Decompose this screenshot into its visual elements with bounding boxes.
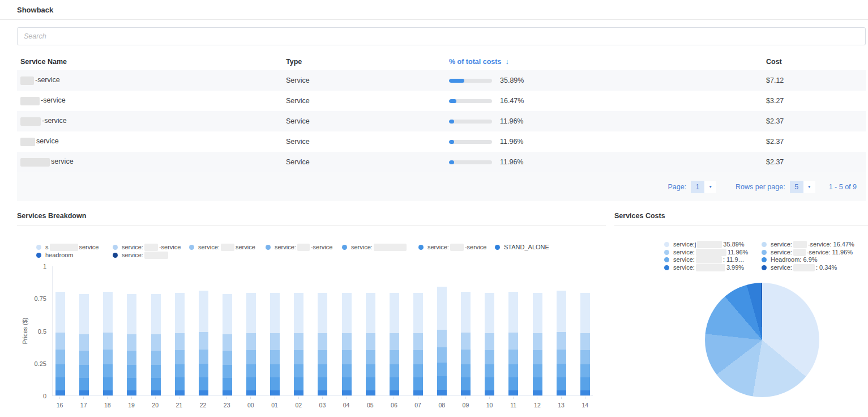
legend-item[interactable]: service:j35.89% — [664, 241, 762, 249]
bar-chart-legend: sserviceservice:-serviceservice:services… — [36, 244, 580, 259]
bar-segment — [294, 390, 303, 395]
legend-item[interactable]: service:: 11.9… — [664, 256, 762, 264]
legend-dot-icon — [664, 250, 669, 255]
bar-03[interactable] — [318, 293, 327, 395]
bar-04[interactable] — [342, 293, 352, 395]
bar-segment — [533, 293, 542, 333]
x-tick-label: 05 — [367, 402, 374, 409]
services-costs-pie-chart[interactable] — [705, 283, 819, 397]
x-tick: 17 — [79, 397, 88, 409]
column-header-pct-of-total-costs[interactable]: % of total costs ↓ — [449, 58, 766, 66]
bar-segment — [318, 390, 327, 395]
bar-02[interactable] — [294, 293, 303, 395]
bar-segment — [413, 364, 423, 377]
rows-per-page-select[interactable]: 5 ▼ — [790, 181, 815, 193]
x-tick: 09 — [461, 397, 471, 409]
bar-segment — [342, 350, 352, 364]
legend-item[interactable]: service:-service: 16.47% — [762, 241, 859, 249]
bar-21[interactable] — [175, 293, 185, 395]
bar-23[interactable] — [223, 294, 232, 395]
x-tick: 12 — [532, 397, 542, 409]
bar-segment — [55, 333, 65, 350]
redacted-service-name — [20, 158, 50, 167]
legend-text: service: — [198, 244, 220, 252]
legend-item[interactable]: STAND_ALONE — [495, 244, 571, 252]
bar-segment — [342, 377, 352, 390]
column-header-service-name[interactable]: Service Name — [20, 58, 286, 66]
legend-item[interactable]: service:3.99% — [664, 264, 762, 272]
table-row[interactable]: serviceService11.96%$2.37 — [17, 152, 866, 172]
table-row[interactable]: -serviceService16.47%$3.27 — [17, 91, 866, 111]
bar-segment — [270, 390, 280, 395]
bar-18[interactable] — [103, 292, 113, 395]
bar-segment — [175, 350, 185, 364]
legend-item[interactable]: headroom — [36, 252, 113, 259]
bar-13[interactable] — [557, 291, 566, 395]
x-tick-label: 06 — [391, 402, 397, 409]
progress-bar-fill — [449, 120, 454, 124]
legend-item[interactable]: Headroom: 6.9% — [762, 256, 859, 264]
bar-22[interactable] — [199, 291, 208, 395]
legend-item[interactable]: service:-service — [266, 244, 342, 252]
bar-segment — [342, 390, 352, 395]
x-tick-label: 21 — [176, 402, 183, 409]
legend-item[interactable]: service: — [113, 252, 189, 259]
bar-segment — [127, 390, 136, 395]
bar-segment — [437, 376, 447, 390]
bar-segment — [199, 291, 208, 332]
bar-16[interactable] — [55, 292, 65, 395]
legend-dot-icon — [36, 253, 41, 258]
bar-19[interactable] — [127, 294, 136, 395]
table-row[interactable]: serviceService11.96%$2.37 — [17, 131, 866, 152]
bar-segment — [318, 333, 327, 350]
page-select[interactable]: 1 ▼ — [691, 181, 716, 193]
legend-item[interactable]: service:: 0.34% — [762, 264, 859, 272]
redacted-legend-text — [144, 244, 158, 251]
bar-segment — [103, 390, 113, 395]
bar-12[interactable] — [533, 293, 542, 395]
legend-item[interactable]: service:-service — [113, 244, 189, 252]
bar-09[interactable] — [461, 292, 471, 395]
bar-segment — [390, 377, 399, 390]
legend-dot-icon — [342, 245, 347, 250]
bar-10[interactable] — [485, 293, 494, 395]
bar-segment — [127, 351, 136, 365]
bar-segment — [413, 333, 423, 350]
progress-bar-track — [449, 79, 492, 83]
legend-item[interactable]: service:11.96% — [664, 249, 762, 257]
legend-dot-icon — [762, 242, 767, 247]
bar-14[interactable] — [580, 293, 590, 395]
bar-05[interactable] — [366, 293, 375, 395]
bar-11[interactable] — [508, 292, 518, 395]
bar-08[interactable] — [437, 287, 447, 395]
redacted-legend-text — [450, 244, 464, 251]
progress-bar-fill — [449, 160, 454, 164]
legend-item[interactable]: sservice — [36, 244, 113, 252]
search-input[interactable] — [17, 27, 866, 45]
tick-mark-icon — [250, 397, 251, 399]
x-tick-label: 04 — [343, 402, 350, 409]
table-row[interactable]: -serviceService11.96%$2.37 — [17, 111, 866, 131]
legend-text: service — [236, 244, 255, 252]
legend-item[interactable]: service:-service — [418, 244, 495, 252]
legend-item[interactable]: service:-service: 11.96% — [762, 249, 859, 257]
bar-segment — [151, 365, 161, 377]
column-header-cost[interactable]: Cost — [766, 58, 866, 66]
services-breakdown-title: Services Breakdown — [17, 212, 606, 220]
bar-06[interactable] — [390, 293, 399, 395]
page-select-value: 1 — [691, 181, 704, 193]
bar-07[interactable] — [413, 293, 423, 395]
bar-20[interactable] — [151, 294, 161, 395]
bar-segment — [103, 292, 113, 333]
x-tick: 19 — [127, 397, 136, 409]
bar-01[interactable] — [270, 293, 280, 395]
column-header-type[interactable]: Type — [286, 58, 449, 66]
table-row[interactable]: -serviceService35.89%$7.12 — [17, 70, 866, 91]
legend-dot-icon — [762, 265, 767, 270]
bar-00[interactable] — [246, 293, 256, 395]
bar-17[interactable] — [79, 294, 89, 395]
legend-item[interactable]: service: — [342, 244, 418, 252]
showback-page: Showback Service Name Type % of total co… — [0, 6, 868, 411]
x-tick-label: 20 — [152, 402, 159, 409]
legend-item[interactable]: service:service — [189, 244, 266, 252]
